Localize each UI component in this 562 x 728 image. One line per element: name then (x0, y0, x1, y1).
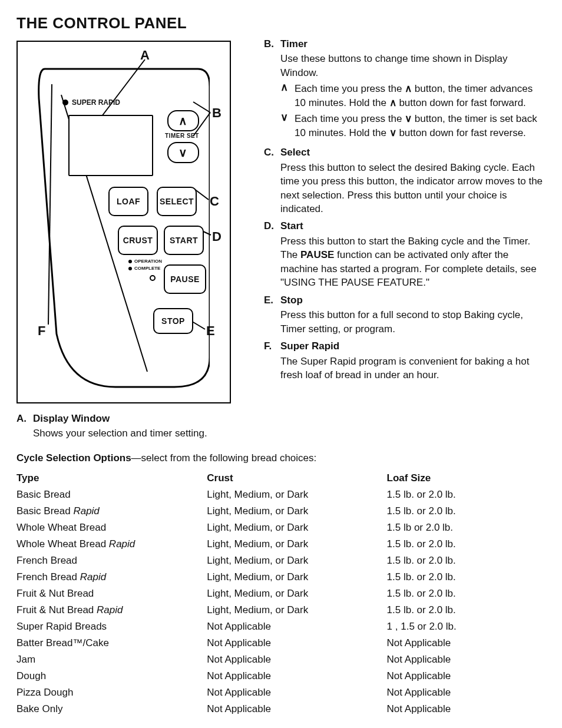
start-button[interactable]: START (164, 226, 204, 255)
col-type: Type (16, 470, 207, 487)
cell-type: Super Rapid Breads (16, 618, 207, 635)
table-row: DoughNot ApplicableNot Applicable (16, 668, 546, 684)
cell-crust: Not Applicable (207, 635, 386, 651)
super-rapid-label: SUPER RAPID (72, 98, 120, 107)
description-A: A. Display Window Shows your selection a… (16, 412, 252, 441)
cell-loaf: 1.5 lb. or 2.0 lb. (387, 602, 546, 618)
cell-type: French Bread (16, 552, 207, 569)
table-row: Basic Bread RapidLight, Medium, or Dark1… (16, 503, 546, 519)
table-row: Batter Bread™/CakeNot ApplicableNot Appl… (16, 635, 546, 651)
table-row: Fruit & Nut BreadLight, Medium, or Dark1… (16, 585, 546, 602)
description-F: F. Super Rapid The Super Rapid program i… (264, 339, 546, 382)
desc-C-title: Select (280, 145, 546, 159)
callout-A: A (140, 48, 150, 63)
desc-E-text: Press this button for a full second to s… (280, 308, 546, 336)
desc-F-title: Super Rapid (280, 339, 546, 353)
cell-crust: Light, Medium, or Dark (207, 602, 386, 618)
display-window (68, 115, 153, 176)
super-rapid-indicator: SUPER RAPID (62, 98, 120, 107)
timer-down-button[interactable]: ∨ (167, 142, 199, 163)
timer-up-button[interactable]: ∧ (167, 110, 199, 131)
cell-crust: Not Applicable (207, 668, 386, 684)
pause-button[interactable]: PAUSE (164, 264, 206, 294)
cell-loaf: 1.5 lb. or 2.0 lb. (387, 487, 546, 503)
letter-A: A. (16, 412, 33, 441)
cell-loaf: Not Applicable (387, 684, 546, 701)
cell-type: Pizza Dough (16, 684, 207, 701)
cell-type: Whole Wheat Bread Rapid (16, 536, 207, 552)
cell-crust: Light, Medium, or Dark (207, 503, 386, 519)
table-row: Whole Wheat Bread RapidLight, Medium, or… (16, 536, 546, 552)
desc-C-text: Press this button to select the desired … (280, 161, 546, 216)
control-panel-diagram: A B C D E F (16, 41, 231, 403)
desc-D-title: Start (280, 219, 546, 233)
cell-loaf: 1.5 lb. or 2.0 lb. (387, 552, 546, 569)
cell-type: Whole Wheat Bread (16, 519, 207, 536)
remote-body: SUPER RAPID ∧ TIMER SET ∨ LOAF SELECT CR… (33, 63, 210, 393)
table-row: Fruit & Nut Bread RapidLight, Medium, or… (16, 602, 546, 618)
cell-loaf: 1.5 lb. or 2.0 lb. (387, 503, 546, 519)
down-arrow-icon: ∨ (280, 112, 295, 140)
cell-type: Fruit & Nut Bread (16, 585, 207, 602)
cell-loaf: 1.5 lb. or 2.0 lb. (387, 536, 546, 552)
cell-crust: Light, Medium, or Dark (207, 552, 386, 569)
stop-button[interactable]: STOP (153, 308, 193, 334)
desc-F-text: The Super Rapid program is convenient fo… (280, 355, 546, 382)
cell-type: Bake Only (16, 701, 207, 717)
table-row: JamNot ApplicableNot Applicable (16, 651, 546, 668)
cycle-selection-heading: Cycle Selection Options—select from the … (16, 452, 546, 464)
complete-indicator: COMPLETE (128, 266, 160, 271)
letter-D: D. (264, 219, 280, 289)
desc-E-title: Stop (280, 293, 546, 307)
right-column: B. Timer Use these buttons to change tim… (264, 37, 546, 444)
cell-type: Jam (16, 651, 207, 668)
desc-B-title: Timer (280, 37, 546, 51)
cell-crust: Not Applicable (207, 651, 386, 668)
cell-type: Basic Bread (16, 487, 207, 503)
cell-type: Dough (16, 668, 207, 684)
timer-set-label: TIMER SET (165, 133, 199, 139)
cell-loaf: Not Applicable (387, 701, 546, 717)
timer-down-desc: ∨ Each time you press the ∨ button, the … (280, 112, 546, 140)
cell-loaf: Not Applicable (387, 635, 546, 651)
description-D: D. Start Press this button to start the … (264, 219, 546, 289)
table-row: Basic BreadLight, Medium, or Dark1.5 lb.… (16, 487, 546, 503)
cell-type: Batter Bread™/Cake (16, 635, 207, 651)
ready-light-icon (150, 275, 156, 281)
select-button[interactable]: SELECT (157, 187, 197, 216)
col-loaf: Loaf Size (387, 470, 546, 487)
cell-loaf: Not Applicable (387, 668, 546, 684)
table-row: Super Rapid BreadsNot Applicable1 , 1.5 … (16, 618, 546, 635)
callout-D: D (212, 229, 222, 244)
letter-B: B. (264, 37, 280, 142)
cell-loaf: 1.5 lb. or 2.0 lb. (387, 585, 546, 602)
cell-crust: Light, Medium, or Dark (207, 536, 386, 552)
cell-crust: Light, Medium, or Dark (207, 569, 386, 585)
table-row: Whole Wheat BreadLight, Medium, or Dark1… (16, 519, 546, 536)
table-header-row: Type Crust Loaf Size (16, 470, 546, 487)
page-title: THE CONTROL PANEL (16, 14, 546, 32)
callout-B: B (212, 105, 222, 121)
cell-crust: Not Applicable (207, 618, 386, 635)
description-C: C. Select Press this button to select th… (264, 145, 546, 216)
table-row: Bake OnlyNot ApplicableNot Applicable (16, 701, 546, 717)
desc-B-intro: Use these buttons to change time shown i… (280, 52, 546, 80)
table-row: French Bread RapidLight, Medium, or Dark… (16, 569, 546, 585)
loaf-button[interactable]: LOAF (108, 187, 148, 216)
letter-E: E. (264, 293, 280, 336)
cell-loaf: Not Applicable (387, 651, 546, 668)
cell-loaf: 1 , 1.5 or 2.0 lb. (387, 618, 546, 635)
cell-type: Fruit & Nut Bread Rapid (16, 602, 207, 618)
desc-A-title: Display Window (33, 412, 207, 425)
crust-button[interactable]: CRUST (118, 226, 158, 255)
letter-C: C. (264, 145, 280, 216)
up-arrow-icon: ∧ (280, 82, 295, 110)
cell-type: French Bread Rapid (16, 569, 207, 585)
cell-type: Basic Bread Rapid (16, 503, 207, 519)
cell-crust: Not Applicable (207, 701, 386, 717)
description-B: B. Timer Use these buttons to change tim… (264, 37, 546, 142)
left-column: A B C D E F (16, 37, 252, 444)
description-E: E. Stop Press this button for a full sec… (264, 293, 546, 336)
cell-crust: Not Applicable (207, 684, 386, 701)
operation-indicator: OPERATION (128, 259, 162, 264)
